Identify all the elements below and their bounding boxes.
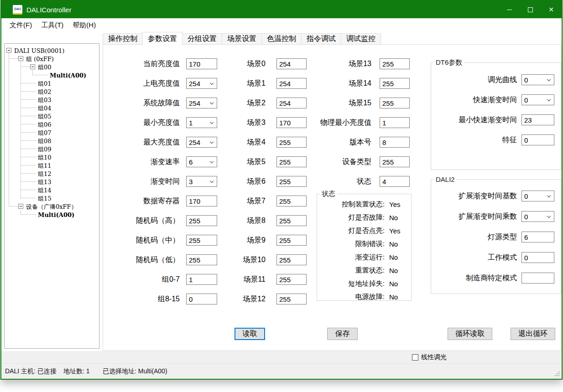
tree-item-group-09[interactable]: 组09	[5, 145, 99, 153]
fade-rate-select[interactable]: 6	[186, 156, 217, 167]
tab-parameter-settings[interactable]: 参数设置	[142, 32, 182, 45]
reset-state-label: 重置状态:	[317, 266, 385, 275]
scene-12-input[interactable]	[276, 294, 307, 304]
power-on-level-select[interactable]: 254	[186, 78, 217, 89]
maximize-button[interactable]	[520, 1, 541, 18]
tree-branch-line	[21, 149, 36, 149]
scene-10-input[interactable]	[276, 254, 307, 265]
group-0-7-input[interactable]	[186, 274, 217, 285]
tree-item-dali-usb[interactable]: DALI USB(0001)	[5, 46, 99, 55]
tree-item-device-broadcast[interactable]: 设备（广播0xFF）	[5, 202, 99, 211]
tree-item-group-06[interactable]: 组06	[5, 120, 99, 129]
extended-fade-time-multiplier-select[interactable]: 0	[521, 211, 554, 222]
tab-color-temp-control[interactable]: 色温控制	[261, 33, 302, 44]
scene-3-input[interactable]	[276, 117, 307, 128]
operating-mode-input[interactable]	[521, 252, 554, 263]
fade-time-select[interactable]: 3	[186, 176, 217, 187]
scene-2-input[interactable]	[276, 98, 307, 108]
scene-6-input[interactable]	[276, 176, 307, 187]
tree-item-group-14[interactable]: 组14	[5, 186, 99, 194]
minimize-button[interactable]	[499, 1, 520, 18]
scene-7-input[interactable]	[276, 196, 307, 206]
tab-debug-monitor[interactable]: 调试监控	[341, 33, 381, 44]
version-input[interactable]	[380, 137, 410, 148]
group-8-15-label: 组8-15	[103, 294, 180, 304]
scene-11-input[interactable]	[276, 274, 307, 285]
tab-operation-control[interactable]: 操作控制	[103, 33, 143, 44]
tree-item-multi-a00-broadcast[interactable]: Multi(A00)	[5, 211, 99, 219]
data-register-input[interactable]	[186, 196, 217, 206]
tree-item-group-08[interactable]: 组08	[5, 137, 99, 145]
current-level-input[interactable]	[186, 58, 217, 69]
tree-item-group-15[interactable]: 组15	[5, 194, 99, 202]
tab-command-debug[interactable]: 指令调试	[301, 33, 341, 44]
extended-fade-time-base-select[interactable]: 0	[521, 191, 554, 201]
min-fast-fade-time-input[interactable]	[521, 114, 554, 125]
scene-4-input[interactable]	[276, 137, 307, 148]
close-button[interactable]: ✕	[541, 1, 562, 18]
max-level-select[interactable]: 254	[186, 137, 217, 148]
manufacturer-specific-mode-input[interactable]	[521, 273, 554, 284]
max-level-label: 最大亮度值	[103, 138, 180, 147]
scene-5-input[interactable]	[276, 156, 307, 167]
tree-item-group-10[interactable]: 组10	[5, 153, 99, 161]
random-code-mid-input[interactable]	[186, 235, 217, 246]
tree-item-group-04[interactable]: 组04	[5, 104, 99, 112]
menu-file[interactable]: 文件(F)	[5, 18, 36, 32]
scene-14-label: 场景14	[318, 79, 371, 88]
tree-item-group-00[interactable]: 组00	[5, 63, 99, 71]
device-type-input[interactable]	[380, 156, 410, 167]
menu-tools[interactable]: 工具(T)	[36, 18, 68, 32]
light-source-type-input[interactable]	[521, 232, 554, 242]
tree-item-multi-a00[interactable]: Multi(A00)	[5, 71, 99, 79]
resize-grip-icon[interactable]	[555, 371, 560, 377]
device-type-row: 设备类型	[318, 156, 410, 167]
random-code-low-input[interactable]	[186, 254, 217, 265]
expand-toggle-icon[interactable]	[18, 56, 23, 61]
linear-dimming-checkbox[interactable]: 线性调光	[412, 353, 447, 361]
tree-item-group-02[interactable]: 组02	[5, 88, 99, 96]
tree-item-group-01[interactable]: 组01	[5, 79, 99, 88]
read-button[interactable]: 读取	[235, 328, 265, 340]
menu-help[interactable]: 帮助(H)	[68, 18, 100, 32]
min-level-select[interactable]: 1	[186, 117, 217, 128]
expand-toggle-icon[interactable]	[30, 64, 35, 69]
tree-item-group-03[interactable]: 组03	[5, 96, 99, 104]
scene-9-input[interactable]	[276, 235, 307, 246]
expand-toggle-icon[interactable]	[6, 48, 11, 53]
version-label: 版本号	[318, 138, 371, 147]
tab-scene-settings[interactable]: 场景设置	[222, 33, 262, 44]
system-failure-level-select[interactable]: 254	[186, 98, 217, 108]
tree-item-group-05[interactable]: 组05	[5, 112, 99, 120]
scene-1-input[interactable]	[276, 78, 307, 89]
status-input[interactable]	[380, 176, 410, 187]
fast-fade-time-select[interactable]: 0	[521, 94, 554, 105]
scene-8-input[interactable]	[276, 215, 307, 226]
title-bar[interactable]: DALI DALIController ✕	[1, 1, 562, 18]
tree-item-group-07[interactable]: 组07	[5, 129, 99, 137]
save-button[interactable]: 保存	[327, 328, 358, 340]
physical-min-level-input[interactable]	[380, 117, 410, 128]
scene-1-label: 场景1	[222, 79, 266, 88]
tree-item-group-12[interactable]: 组12	[5, 170, 99, 178]
dimming-curve-select[interactable]: 0	[521, 74, 554, 85]
checkbox-box-icon[interactable]	[412, 354, 418, 361]
scene-13-input[interactable]	[380, 58, 410, 69]
tree-item-group-ff[interactable]: 组 (0xFF)	[5, 55, 99, 63]
expand-toggle-icon[interactable]	[18, 204, 23, 209]
tree-branch-line	[21, 214, 36, 215]
scene-15-input[interactable]	[380, 98, 410, 108]
group-8-15-input[interactable]	[186, 294, 217, 304]
power-on-level-value: 254	[189, 80, 200, 88]
scene-14-input[interactable]	[380, 78, 410, 89]
loop-read-button[interactable]: 循环读取	[448, 328, 492, 340]
random-code-high-input[interactable]	[186, 215, 217, 226]
tree-item-group-11[interactable]: 组11	[5, 161, 99, 170]
address-count: 地址数: 1	[63, 364, 90, 379]
tab-group-settings[interactable]: 分组设置	[182, 33, 222, 44]
exit-loop-button[interactable]: 退出循环	[511, 328, 555, 340]
feature-input[interactable]	[521, 134, 554, 145]
short-address-missing-value: No	[389, 280, 398, 288]
tree-item-group-13[interactable]: 组13	[5, 178, 99, 186]
scene-0-input[interactable]	[276, 58, 307, 69]
